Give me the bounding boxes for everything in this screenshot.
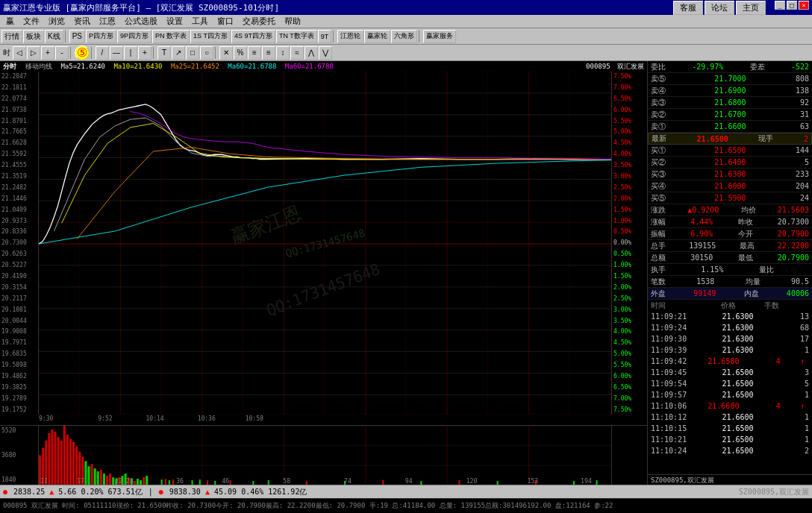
time-axis: 9:30 9:52 10:14 10:36 10:58 xyxy=(0,415,647,425)
menu-tools[interactable]: 工具 xyxy=(187,15,213,28)
vol-y-axis: 5520 3680 1840 xyxy=(0,426,39,485)
trade-row: 11:09:57 21.6500 1 xyxy=(648,389,812,400)
menu-win[interactable]: 赢 xyxy=(1,15,19,28)
close-button[interactable]: × xyxy=(799,1,809,10)
tb-prev[interactable]: ◁ xyxy=(13,46,26,60)
svg-rect-43 xyxy=(57,437,60,485)
tb-arrow[interactable]: ↗ xyxy=(172,46,185,60)
zuigao-label: 最高 xyxy=(740,241,755,251)
tb-circle[interactable]: ○ xyxy=(200,46,213,60)
tb-line[interactable]: / xyxy=(96,46,109,60)
sell3-vol: 92 xyxy=(779,98,809,107)
menu-browse[interactable]: 浏览 xyxy=(44,15,69,28)
tb-align-l[interactable]: ≡ xyxy=(248,46,261,60)
vol-plot[interactable]: 11 17 22 28 36 46 58 74 94 120 153 194 xyxy=(39,426,611,485)
tb-valley[interactable]: ⋁ xyxy=(319,46,332,60)
status-icon2: ● xyxy=(159,488,163,496)
tb-jiangen-wheel[interactable]: 江恩轮 xyxy=(337,30,363,43)
sep4 xyxy=(70,47,73,59)
liangbi-label: 量比 xyxy=(759,265,774,275)
zuidi-label: 最低 xyxy=(738,253,753,263)
minimize-button[interactable]: _ xyxy=(775,1,785,10)
svg-rect-55 xyxy=(94,468,96,485)
tb-hexagon[interactable]: 六角形 xyxy=(391,30,417,43)
menu-window[interactable]: 窗口 xyxy=(213,15,238,28)
sell2-row: 卖② 21.6700 31 xyxy=(648,109,812,121)
tb-ps[interactable]: PS xyxy=(69,30,85,43)
tb-hline[interactable]: — xyxy=(110,46,123,60)
tb-p4[interactable]: P四方形 xyxy=(86,30,116,43)
home-button[interactable]: 主页 xyxy=(736,1,766,15)
menu-info[interactable]: 资讯 xyxy=(69,15,95,28)
svg-rect-88 xyxy=(458,480,460,485)
tb-align-r[interactable]: ≡ xyxy=(262,46,275,60)
junprice-val: 21.5603 xyxy=(778,206,809,214)
svg-rect-42 xyxy=(54,432,56,485)
tb-text[interactable]: T xyxy=(157,46,171,60)
tb-kline[interactable]: K线 xyxy=(45,30,63,43)
xians-val: 2 xyxy=(804,135,808,143)
tb-step[interactable]: ↕ xyxy=(276,46,290,60)
tb-win-service[interactable]: 赢家服务 xyxy=(423,30,456,43)
trade-row: 11:10:12 21.6600 1 xyxy=(648,412,812,423)
svg-rect-82 xyxy=(252,481,254,485)
tb-vline[interactable]: | xyxy=(124,46,137,60)
svg-rect-80 xyxy=(214,481,216,485)
maximize-button[interactable]: □ xyxy=(787,1,797,10)
weibiao-val: -29.97% xyxy=(692,63,723,71)
sell4-row: 卖④ 21.6900 138 xyxy=(648,85,812,97)
tb-del[interactable]: ✕ xyxy=(219,46,233,60)
sell4-vol: 138 xyxy=(779,86,809,95)
svg-text:17: 17 xyxy=(77,478,84,485)
tb-cross[interactable]: + xyxy=(138,46,152,60)
trade-row: 11:09:21 21.6300 13 xyxy=(648,311,812,322)
tb-next[interactable]: ▷ xyxy=(27,46,40,60)
buy2-row: 买② 21.6400 5 xyxy=(648,157,812,169)
forum-button[interactable]: 论坛 xyxy=(705,1,734,15)
zhishu-label: 执手 xyxy=(651,265,666,275)
tb-quotes[interactable]: 行情 xyxy=(1,30,22,43)
bottom-bar: 000895 双汇发展 时间: 05111110现价: 21.6500昨收: 2… xyxy=(0,498,812,513)
tb-board[interactable]: 板块 xyxy=(23,30,44,43)
svg-rect-44 xyxy=(60,441,63,485)
svg-rect-54 xyxy=(91,464,93,485)
menu-trade[interactable]: 交易委托 xyxy=(238,15,280,28)
tb-9p4[interactable]: 9P四方形 xyxy=(117,30,152,43)
zonge-label: 总额 xyxy=(651,253,666,263)
tb-pct[interactable]: % xyxy=(234,46,247,60)
tb-pn[interactable]: PN 数字表 xyxy=(152,30,190,43)
tb-zoom-out[interactable]: - xyxy=(55,46,69,60)
menu-help[interactable]: 帮助 xyxy=(280,15,305,28)
menu-bar: 赢 文件 浏览 资讯 江恩 公式选股 设置 工具 窗口 交易委托 帮助 xyxy=(0,15,812,28)
chart-plot[interactable]: QQ:1731457648 赢家江恩 xyxy=(39,72,611,415)
latest-price-row: 最新 21.6500 现手 2 xyxy=(648,133,812,145)
tb-4s[interactable]: 4S 9T四方形 xyxy=(231,30,275,43)
chart-svg: QQ:1731457648 赢家江恩 xyxy=(39,72,611,415)
title-left: 赢家江恩专业版 [赢家内部服务平台] — [双汇发展 SZ000895-101分… xyxy=(3,2,279,13)
tb-rect[interactable]: □ xyxy=(186,46,199,60)
tb-draw1[interactable]: ⑤ xyxy=(75,45,90,60)
buy5-label: 买⑤ xyxy=(651,193,672,204)
time-label: 时 xyxy=(1,48,12,58)
svg-rect-72 xyxy=(146,476,148,485)
ma10-val: Ma10=21.6430 xyxy=(113,63,162,70)
sell5-vol: 808 xyxy=(779,75,809,83)
tb-zoom-in[interactable]: + xyxy=(41,46,54,60)
menu-settings[interactable]: 设置 xyxy=(162,15,187,28)
zhangfu-label: 涨幅 xyxy=(651,217,666,227)
menu-file[interactable]: 文件 xyxy=(19,15,44,28)
sell1-vol: 63 xyxy=(779,122,809,130)
tb-tn[interactable]: TN T数字表 xyxy=(276,30,317,43)
menu-jiangen[interactable]: 江恩 xyxy=(95,15,120,28)
tb-peak[interactable]: ⋀ xyxy=(304,46,318,60)
tb-win-wheel[interactable]: 赢家轮 xyxy=(364,30,390,43)
tb-ladder[interactable]: ≈ xyxy=(290,46,304,60)
menu-formula[interactable]: 公式选股 xyxy=(120,15,162,28)
chart-canvas-area[interactable]: 22.2847 22.1811 22.0774 21.9738 21.8701 … xyxy=(0,72,647,415)
ma-label: 移动均线 Ma5=21.6240 Ma10=21.6430 Ma25=21.64… xyxy=(25,62,334,72)
customer-service-button[interactable]: 客服 xyxy=(673,1,703,15)
junliang-label: 均量 xyxy=(746,277,761,287)
svg-rect-86 xyxy=(382,480,384,485)
tb-1s[interactable]: 1S T四方形 xyxy=(190,30,231,43)
tb-9t[interactable]: 9T xyxy=(318,30,332,43)
